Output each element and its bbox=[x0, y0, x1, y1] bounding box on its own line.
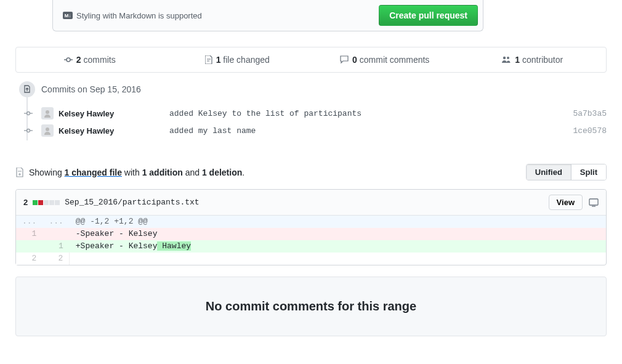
avatar[interactable] bbox=[41, 107, 54, 119]
contrib-count: 1 bbox=[515, 55, 520, 65]
svg-point-0 bbox=[67, 58, 70, 62]
file-diff-icon bbox=[15, 168, 24, 177]
svg-point-14 bbox=[46, 127, 49, 131]
commit-icon bbox=[64, 55, 73, 64]
hunk-text: @@ -1,2 +1,2 @@ bbox=[70, 216, 606, 228]
file-change-count: 2 bbox=[23, 198, 28, 207]
commit-row: Kelsey Hawley added Kelsey to the list o… bbox=[15, 105, 607, 122]
line-number: 2 bbox=[42, 253, 69, 265]
markdown-text: Styling with Markdown is supported bbox=[76, 11, 202, 20]
diff-view-toggle: Unified Split bbox=[526, 164, 607, 180]
code-line: +Speaker - Kelsey Hawley bbox=[70, 240, 606, 253]
commits-date-text: Commits on Sep 15, 2016 bbox=[41, 84, 141, 94]
svg-point-6 bbox=[507, 57, 509, 59]
comments-count: 0 bbox=[352, 55, 357, 65]
file-header: 2 Sep_15_2016/participants.txt View bbox=[16, 190, 606, 216]
diff-summary-text: Showing 1 changed file with 1 addition a… bbox=[29, 168, 244, 177]
commits-date-header: Commits on Sep 15, 2016 bbox=[15, 81, 607, 97]
fullscreen-icon[interactable] bbox=[589, 198, 599, 207]
filename[interactable]: Sep_15_2016/participants.txt bbox=[65, 198, 199, 207]
svg-point-11 bbox=[27, 129, 30, 132]
commit-row: Kelsey Hawley added my last name 1ce0578 bbox=[15, 122, 607, 139]
code-line: -Speaker - Kelsey bbox=[70, 228, 606, 240]
svg-point-5 bbox=[503, 57, 506, 59]
commits-label: commits bbox=[81, 55, 116, 65]
people-icon bbox=[501, 55, 511, 64]
commit-author[interactable]: Kelsey Hawley bbox=[59, 109, 169, 118]
contrib-label: contributor bbox=[520, 55, 563, 65]
markdown-icon: M↓ bbox=[63, 12, 73, 19]
file-diff: 2 Sep_15_2016/participants.txt View ... … bbox=[15, 189, 607, 265]
tab-files[interactable]: 1 file changed bbox=[164, 47, 312, 72]
tab-commits[interactable]: 2 commits bbox=[16, 47, 164, 72]
diffstat bbox=[33, 200, 60, 205]
svg-point-7 bbox=[27, 112, 30, 115]
no-comments-message: No commit comments for this range bbox=[15, 277, 607, 336]
repo-push-icon bbox=[19, 81, 35, 97]
view-file-button[interactable]: View bbox=[549, 195, 583, 210]
files-label: file changed bbox=[220, 55, 269, 65]
diff-table: ... ... @@ -1,2 +1,2 @@ 1 -Speaker - Kel… bbox=[16, 216, 606, 265]
line-number: 1 bbox=[16, 228, 42, 240]
file-icon bbox=[205, 55, 212, 64]
comment-icon bbox=[340, 55, 349, 64]
summary-mid2: and bbox=[183, 168, 202, 177]
commits-count: 2 bbox=[76, 55, 81, 65]
commit-dot-icon bbox=[24, 126, 33, 135]
commit-message[interactable]: added Kelsey to the list of participants bbox=[169, 109, 573, 118]
svg-rect-18 bbox=[589, 199, 598, 205]
hunk-header: ... ... @@ -1,2 +1,2 @@ bbox=[16, 216, 606, 228]
avatar[interactable] bbox=[41, 124, 54, 137]
diff-line-deletion: 1 -Speaker - Kelsey bbox=[16, 228, 606, 240]
line-number: 2 bbox=[16, 253, 42, 265]
tab-comments[interactable]: 0 commit comments bbox=[311, 47, 459, 72]
deletions-count: 1 deletion bbox=[202, 168, 242, 177]
line-number: 1 bbox=[42, 240, 69, 253]
diff-line-context: 2 2 bbox=[16, 253, 606, 265]
create-pull-request-button[interactable]: Create pull request bbox=[379, 5, 478, 26]
line-number bbox=[42, 228, 69, 240]
commit-author[interactable]: Kelsey Hawley bbox=[59, 126, 169, 135]
commit-sha[interactable]: 1ce0578 bbox=[573, 126, 607, 135]
tab-contributors[interactable]: 1 contributor bbox=[459, 47, 607, 72]
unified-view-button[interactable]: Unified bbox=[527, 164, 571, 180]
code-line bbox=[70, 253, 606, 265]
line-number bbox=[16, 240, 42, 253]
split-view-button[interactable]: Split bbox=[571, 164, 606, 180]
line-number: ... bbox=[16, 216, 42, 228]
commit-message[interactable]: added my last name bbox=[169, 126, 573, 135]
summary-prefix: Showing bbox=[29, 168, 65, 177]
diff-summary-bar: Showing 1 changed file with 1 addition a… bbox=[15, 164, 607, 180]
diff-line-addition: 1 +Speaker - Kelsey Hawley bbox=[16, 240, 606, 253]
commit-dot-icon bbox=[24, 109, 33, 118]
added-text: Hawley bbox=[157, 241, 191, 251]
summary-mid: with bbox=[122, 168, 142, 177]
changed-file-link[interactable]: 1 changed file bbox=[65, 168, 122, 177]
line-number: ... bbox=[42, 216, 69, 228]
comment-form-footer: M↓ Styling with Markdown is supported Cr… bbox=[52, 0, 483, 31]
svg-point-10 bbox=[46, 110, 49, 114]
compare-tabs: 2 commits 1 file changed 0 commit commen… bbox=[15, 47, 607, 73]
additions-count: 1 addition bbox=[142, 168, 183, 177]
comments-label: commit comments bbox=[357, 55, 429, 65]
markdown-note: M↓ Styling with Markdown is supported bbox=[63, 11, 202, 20]
summary-suffix: . bbox=[242, 168, 244, 177]
commit-sha[interactable]: 5a7b3a5 bbox=[573, 109, 607, 118]
